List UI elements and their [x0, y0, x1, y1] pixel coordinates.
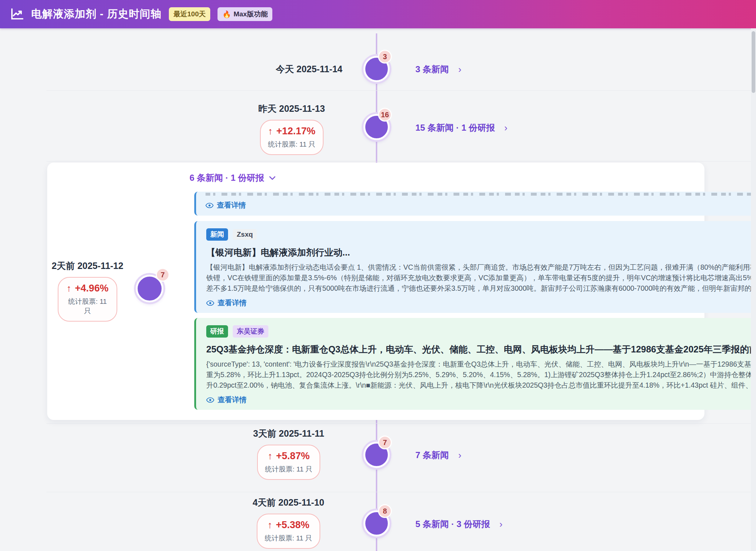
- arrow-up-icon: ↑: [268, 519, 272, 531]
- arrow-up-icon: ↑: [268, 450, 272, 462]
- count-badge: 7: [378, 436, 392, 449]
- change-value: +5.38%: [276, 519, 309, 531]
- summary-label: 6 条新闻 · 1 份研报: [190, 172, 264, 184]
- view-detail-label: 查看详情: [217, 200, 246, 210]
- row-divider: [46, 492, 756, 492]
- news-link-yesterday[interactable]: 15 条新闻 · 1 份研报 ›: [415, 122, 507, 134]
- view-detail-label: 查看详情: [218, 395, 247, 405]
- stocks-count: 统计股票: 11 只: [265, 465, 313, 474]
- change-pill: ↑ +12.17% 统计股票: 11 只: [260, 120, 324, 155]
- expanded-day-panel: 6 条新闻 · 1 份研报 2天前 2025-11-12 ↑ +4.96% 统计…: [47, 163, 704, 420]
- count-badge: 16: [378, 108, 392, 122]
- price-change: ↑ +5.38%: [268, 519, 309, 531]
- max-feature-badge: 🔥 Max版功能: [218, 7, 272, 21]
- card-tag-row: 研报 东吴证券: [206, 325, 756, 338]
- news-card[interactable]: 新闻 Zsxq 【银河电新】电解液添加剂行业动... 【银河电新】电解液添加剂行…: [194, 221, 756, 313]
- news-card-clipped[interactable]: 查看详情: [194, 192, 756, 216]
- row-divider: [46, 90, 756, 91]
- row-divider: [46, 423, 756, 424]
- card-tag-row: 新闻 Zsxq: [206, 228, 756, 241]
- report-body-line: {'sourceType': 13, 'content': '电力设备行业深度报…: [206, 359, 756, 370]
- view-detail-link[interactable]: 查看详情: [206, 298, 247, 308]
- report-body-line: 重为5.28%，环比上升1.13pct。2024Q3-2025Q3持仓比例分别为…: [206, 370, 756, 380]
- change-value: +5.87%: [276, 450, 309, 462]
- news-title: 【银河电新】电解液添加剂行业动...: [206, 246, 756, 258]
- count-badge: 7: [156, 268, 170, 282]
- change-pill: ↑ +5.38% 统计股票: 11 只: [257, 514, 320, 549]
- clipped-text-strip: [206, 193, 756, 196]
- change-value: +4.96%: [75, 283, 108, 294]
- view-detail-label: 查看详情: [218, 298, 247, 308]
- change-pill: ↑ +4.96% 统计股票: 11 只: [58, 277, 117, 322]
- count-badge: 3: [378, 50, 392, 64]
- source-tag: Zsxq: [233, 229, 257, 240]
- source-tag: 东吴证券: [233, 325, 268, 338]
- fire-icon: 🔥: [222, 10, 231, 19]
- date-label-yesterday: 昨天 2025-11-13: [259, 103, 325, 115]
- news-link-4days[interactable]: 5 条新闻 · 3 份研报 ›: [415, 518, 503, 530]
- price-change: ↑ +5.87%: [268, 450, 309, 462]
- news-link-label: 15 条新闻 · 1 份研报: [415, 122, 495, 134]
- vertical-scrollbar[interactable]: [751, 28, 756, 551]
- max-badge-label: Max版功能: [233, 9, 268, 19]
- chevron-right-icon: ›: [504, 123, 508, 132]
- arrow-up-icon: ↑: [66, 283, 71, 294]
- app-header: 电解液添加剂 - 历史时间轴 最近100天 🔥 Max版功能: [0, 0, 756, 28]
- change-value: +12.17%: [276, 126, 315, 137]
- day-summary-column: 昨天 2025-11-13 ↑ +12.17% 统计股票: 11 只: [259, 103, 325, 155]
- news-link-3days[interactable]: 7 条新闻 ›: [415, 449, 462, 461]
- change-pill: ↑ +5.87% 统计股票: 11 只: [257, 445, 321, 480]
- news-body: 【银河电新】电解液添加剂行业动态电话会要点 1、供需情况：VC当前供需很紧，头部…: [206, 262, 756, 294]
- news-link-label: 7 条新闻: [415, 449, 449, 461]
- day-summary-column: 2天前 2025-11-12 ↑ +4.96% 统计股票: 11 只: [49, 260, 126, 322]
- chevron-right-icon: ›: [458, 65, 462, 74]
- report-card[interactable]: 研报 东吴证券 25Q3基金持仓深度：电新重仓Q3总体上升，电动车、光伏、储能、…: [194, 318, 756, 410]
- eye-icon: [206, 203, 214, 208]
- date-label-3days: 3天前 2025-11-11: [253, 428, 324, 440]
- scrollbar-thumb[interactable]: [752, 31, 755, 93]
- stocks-count: 统计股票: 11 只: [64, 297, 111, 316]
- news-link-label: 3 条新闻: [415, 64, 449, 75]
- count-badge: 8: [378, 504, 392, 518]
- news-body-line: 差不多1.5万吨是给宁德保供的，只有5000吨在市场进行流通，宁德也还要外采3.…: [206, 283, 756, 294]
- news-body-line: 【银河电新】电解液添加剂行业动态电话会要点 1、供需情况：VC当前供需很紧，头部…: [206, 262, 756, 273]
- stocks-count: 统计股票: 11 只: [268, 140, 316, 149]
- news-link-today[interactable]: 3 条新闻 ›: [415, 64, 462, 75]
- row-divider: [46, 161, 756, 162]
- report-body-line: 升0.29pct至2.00%，钠电池、复合集流体上涨。\r\n■新能源：光伏、风…: [206, 380, 756, 391]
- stocks-count: 统计股票: 11 只: [265, 534, 312, 543]
- view-detail-link[interactable]: 查看详情: [206, 395, 247, 405]
- news-type-badge: 新闻: [206, 228, 228, 241]
- view-detail-link[interactable]: 查看详情: [206, 200, 246, 210]
- arrow-up-icon: ↑: [268, 126, 273, 137]
- expanded-summary-toggle[interactable]: 6 条新闻 · 1 份研报: [190, 172, 276, 184]
- page-title: 电解液添加剂 - 历史时间轴: [31, 7, 162, 21]
- report-body: {'sourceType': 13, 'content': '电力设备行业深度报…: [206, 359, 756, 391]
- eye-icon: [206, 397, 214, 403]
- report-type-badge: 研报: [206, 325, 228, 338]
- chevron-right-icon: ›: [499, 519, 503, 529]
- date-label-4days: 4天前 2025-11-10: [253, 497, 324, 509]
- day-summary-column: 3天前 2025-11-11 ↑ +5.87% 统计股票: 11 只: [253, 428, 324, 480]
- news-body-line: 铁锂，VC在铁锂里面的添加量是3.5%-6%（特别是储能，对循环充放电次数要求更…: [206, 273, 756, 283]
- day-summary-column: 4天前 2025-11-10 ↑ +5.38% 统计股票: 11 只: [253, 497, 324, 549]
- trend-chart-icon: [10, 8, 24, 20]
- price-change: ↑ +4.96%: [66, 283, 108, 294]
- timeline-canvas: 今天 2025-11-14 3 3 条新闻 › 昨天 2025-11-13 ↑ …: [0, 28, 756, 551]
- price-change: ↑ +12.17%: [268, 126, 315, 137]
- chevron-down-icon: [269, 176, 276, 180]
- news-link-label: 5 条新闻 · 3 份研报: [415, 518, 490, 530]
- chevron-right-icon: ›: [458, 450, 462, 460]
- eye-icon: [206, 300, 214, 306]
- date-label-today: 今天 2025-11-14: [276, 63, 342, 75]
- date-label-2days: 2天前 2025-11-12: [52, 260, 123, 272]
- report-title: 25Q3基金持仓深度：电新重仓Q3总体上升，电动车、光伏、储能、工控、电网、风电…: [206, 343, 756, 355]
- range-badge: 最近100天: [169, 7, 211, 21]
